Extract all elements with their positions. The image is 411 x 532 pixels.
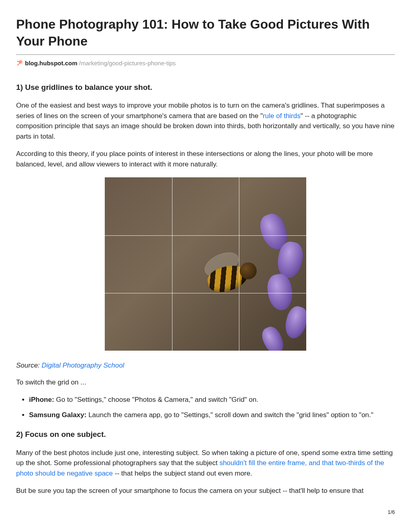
switch-grid-intro: To switch the grid on ... [16,377,395,388]
source-domain: blog.hubspot.com [25,59,77,68]
section1-para1: One of the easiest and best ways to impr… [16,100,395,141]
list-item-text: Go to "Settings," choose "Photos & Camer… [54,396,258,403]
page-number: 1/6 [16,508,395,516]
list-item: iPhone: Go to "Settings," choose "Photos… [29,395,395,405]
section-heading-1: 1) Use gridlines to balance your shot. [16,82,395,94]
bee-gridlines-image [105,177,306,351]
list-item: Samsung Galaxy: Launch the camera app, g… [29,410,395,420]
source-line: blog.hubspot.com /marketing/good-picture… [16,59,395,68]
image-caption: Source: Digital Photography School [16,360,395,371]
caption-prefix: Source: [16,362,42,369]
image-source-link[interactable]: Digital Photography School [42,362,124,369]
section2-para2: But be sure you tap the screen of your s… [16,486,395,496]
section2-para1: Many of the best photos include just one… [16,448,395,479]
list-item-label: Samsung Galaxy: [29,411,87,419]
hubspot-icon [16,60,23,66]
para-text: -- that helps the subject stand out even… [113,470,252,477]
example-image-wrap [16,177,395,351]
list-item-label: iPhone: [29,396,54,403]
source-path: /marketing/good-pictures-phone-tips [79,59,176,68]
title-divider [16,54,395,55]
section-heading-2: 2) Focus on one subject. [16,429,395,441]
grid-instructions-list: iPhone: Go to "Settings," choose "Photos… [29,395,395,420]
list-item-text: Launch the camera app, go to "Settings,"… [87,411,374,419]
rule-of-thirds-link[interactable]: rule of thirds [263,112,301,120]
page-title: Phone Photography 101: How to Take Good … [16,16,395,50]
section1-para2: According to this theory, if you place p… [16,149,395,169]
